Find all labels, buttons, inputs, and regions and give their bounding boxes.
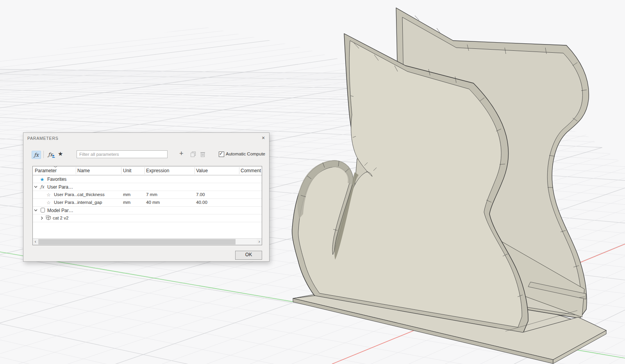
row-label: Model Par…: [47, 208, 73, 213]
check-icon: ✓: [219, 151, 223, 156]
row-user-parameters-group[interactable]: ƒx User Para…: [33, 183, 262, 191]
favorite-toggle-icon[interactable]: ☆: [46, 200, 51, 205]
table-header: Parameter Name Unit Expression Value Com…: [33, 166, 262, 175]
parameters-table: Parameter Name Unit Expression Value Com…: [32, 166, 262, 245]
row-cat-thickness[interactable]: ☆ User Para… cat_thickness mm 7 mm 7.00: [33, 191, 262, 199]
copy-icon[interactable]: [190, 151, 196, 157]
component-cube-icon: [46, 215, 51, 221]
row-model-parameters-group[interactable]: Model Par…: [33, 207, 262, 214]
cell-expression[interactable]: 40 mm: [146, 200, 160, 205]
filter-input[interactable]: [77, 150, 168, 158]
fx-icon: ƒx: [34, 152, 39, 158]
row-label: User Para…: [47, 184, 73, 190]
chevron-down-icon[interactable]: [34, 185, 38, 189]
col-unit[interactable]: Unit: [123, 168, 131, 173]
row-label: cat 2 v2: [53, 216, 68, 220]
cell-name[interactable]: cat_thickness: [77, 192, 105, 197]
cell-value: 40.00: [196, 200, 207, 205]
cell-value: 7.00: [196, 192, 205, 197]
user-parameters-filter-button[interactable]: ƒx: [32, 151, 41, 159]
chevron-down-icon[interactable]: [34, 209, 38, 212]
scroll-right-icon[interactable]: ›: [257, 239, 262, 245]
col-comment[interactable]: Comment: [241, 168, 261, 173]
trash-icon[interactable]: [200, 151, 205, 157]
horizontal-scrollbar[interactable]: ‹ ›: [33, 238, 262, 245]
automatic-compute-checkbox[interactable]: ✓: [219, 152, 224, 157]
favorites-filter-button[interactable]: ★: [58, 150, 63, 157]
model-icon: [40, 207, 45, 213]
favorite-toggle-icon[interactable]: ☆: [46, 192, 51, 198]
row-label: Favorites: [47, 177, 66, 182]
fx-icon: ƒx: [40, 184, 44, 189]
favorites-star-icon: ★: [40, 177, 45, 182]
cell-name[interactable]: internal_gap: [77, 200, 102, 205]
ok-button[interactable]: OK: [235, 251, 262, 260]
toolbar-separator: [43, 151, 44, 158]
cell-unit[interactable]: mm: [123, 200, 130, 205]
dialog-title: PARAMETERS: [27, 136, 59, 141]
close-icon[interactable]: ×: [260, 134, 267, 141]
col-parameter[interactable]: Parameter: [35, 168, 57, 173]
row-favorites[interactable]: ★ Favorites: [33, 175, 262, 183]
cat-model[interactable]: [292, 8, 606, 364]
row-internal-gap[interactable]: ☆ User Para… internal_gap mm 40 mm 40.00: [33, 199, 262, 207]
cell-unit[interactable]: mm: [123, 192, 130, 197]
parameters-dialog: PARAMETERS × ƒx ƒx ★ + ✓ Automatic Compu…: [23, 132, 270, 262]
person-icon: [52, 155, 55, 158]
scrollbar-thumb[interactable]: [38, 239, 236, 244]
row-component-cat2v2[interactable]: cat 2 v2: [33, 214, 262, 222]
user-fx-button[interactable]: ƒx: [47, 151, 56, 158]
automatic-compute-label: Automatic Compute: [226, 152, 265, 156]
cell-parameter: User Para…: [54, 192, 79, 197]
col-value[interactable]: Value: [196, 168, 208, 173]
col-expression[interactable]: Expression: [146, 168, 169, 173]
cell-parameter: User Para…: [54, 200, 79, 205]
chevron-right-icon[interactable]: [40, 216, 44, 220]
cell-expression[interactable]: 7 mm: [146, 192, 157, 197]
col-name[interactable]: Name: [77, 168, 90, 173]
scroll-left-icon[interactable]: ‹: [33, 239, 38, 245]
add-parameter-button[interactable]: +: [179, 150, 184, 158]
